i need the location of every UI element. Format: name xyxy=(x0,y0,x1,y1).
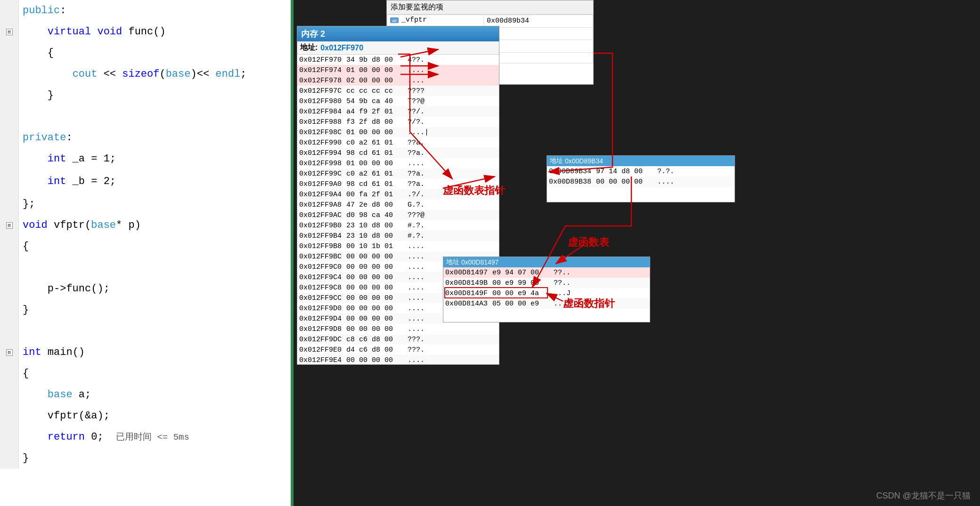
watch-value: 1 xyxy=(483,27,593,40)
memory-row: 0x012FF984 a4 f9 2f 01 ??/. xyxy=(297,106,499,117)
mem-addr-cell: 0x00D8149B xyxy=(443,278,490,288)
mem-bytes-cell: 00 fa 2f 01 xyxy=(344,189,406,200)
code-line xyxy=(0,106,291,127)
mem-ascii-cell: .... xyxy=(406,355,499,365)
watermark: CSDN @龙猫不是一只猫 xyxy=(876,490,971,501)
mem-ascii-cell: ....| xyxy=(406,127,499,137)
mem-bytes-cell: 00 00 00 00 xyxy=(344,282,406,293)
code-content xyxy=(19,321,291,342)
code-content: base a; xyxy=(19,384,291,405)
mem-bytes-cell: 00 00 00 00 xyxy=(344,293,406,303)
mem-bytes-cell: 02 00 00 00 xyxy=(344,75,406,86)
code-content: int main() xyxy=(19,342,291,363)
code-line: ⊟ int main() xyxy=(0,342,291,363)
code-content: virtual void func() xyxy=(19,21,291,42)
code-line: { xyxy=(0,42,291,64)
watch-value: 0x00d89b34 xyxy=(483,15,593,28)
vfunc-ptr-label: 虚函数指针 xyxy=(563,297,615,311)
mem-addr-cell: 0x012FF9A4 xyxy=(297,189,344,200)
address-label: 地址: xyxy=(300,43,318,53)
code-separator xyxy=(292,0,294,506)
mem-ascii-cell: ??a. xyxy=(406,137,499,148)
code-content: } xyxy=(19,448,291,469)
mem-addr-cell: 0x00D8149F xyxy=(443,288,490,298)
mem-ascii-cell: 4??. xyxy=(406,55,499,65)
code-line: { xyxy=(0,363,291,384)
mem-ascii-cell: ?.?. xyxy=(655,166,735,177)
mem-addr-cell: 0x012FF990 xyxy=(297,137,344,148)
vfptr-addr-label: 地址 xyxy=(550,157,563,165)
mem-addr-cell: 0x012FF9BC xyxy=(297,251,344,262)
mem-addr-cell: 0x00D89B34 xyxy=(547,166,594,177)
mem-addr-cell: 0x00D81497 xyxy=(443,267,490,278)
mem-addr-cell: 0x012FF978 xyxy=(297,75,344,86)
mem-bytes-cell: 01 00 00 00 xyxy=(344,158,406,169)
mem-bytes-cell: 01 00 00 00 xyxy=(344,127,406,137)
code-content: return 0; 已用时间 <= 5ms xyxy=(19,426,291,448)
fold-button[interactable]: ⊟ xyxy=(6,349,13,356)
fold-button[interactable]: ⊟ xyxy=(6,222,13,229)
mem-bytes-cell: 97 14 d8 00 xyxy=(594,166,655,177)
mem-addr-cell: 0x012FF984 xyxy=(297,106,344,117)
fold-button[interactable]: ⊟ xyxy=(6,29,13,35)
mem-addr-cell: 0x012FF98C xyxy=(297,127,344,137)
code-line-int-a: int _a = 1; xyxy=(0,148,291,171)
mem-ascii-cell: ??.. xyxy=(552,278,650,288)
gutter xyxy=(0,171,19,193)
mem-ascii-cell: .... xyxy=(406,324,499,334)
gutter: ⊟ xyxy=(0,21,19,42)
code-line: ⊟ virtual void func() xyxy=(0,21,291,42)
memory-row: 0x012FF9E0 d4 c6 d8 00 ???. xyxy=(297,345,499,355)
mem-bytes-cell: 00 00 00 00 xyxy=(344,303,406,313)
mem-bytes-cell: 00 00 00 00 xyxy=(344,313,406,324)
mem-bytes-cell: 05 00 00 e9 xyxy=(490,298,552,309)
code-line xyxy=(0,257,291,278)
memory-row: 0x012FF99C c0 a2 61 01 ??a. xyxy=(297,169,499,179)
code-content-int-a: int _a = 1; xyxy=(19,148,291,171)
code-line-int-b: int _b = 2; xyxy=(0,171,291,193)
memory-row: 0x012FF9D8 00 00 00 00 .... xyxy=(297,324,499,334)
gutter xyxy=(0,299,19,321)
mem-ascii-cell: #.?. xyxy=(406,231,499,241)
mem-addr-cell: 0x012FF9E0 xyxy=(297,345,344,355)
mem-addr-cell: 0x012FF988 xyxy=(297,117,344,127)
gutter xyxy=(0,193,19,215)
vtable-addr-bar: 地址 0x00D81497 xyxy=(443,257,650,267)
var-icon: ab xyxy=(390,16,400,24)
code-content: private: xyxy=(19,127,291,148)
mem-addr-cell: 0x012FF9E4 xyxy=(297,355,344,365)
vfptr-label: 虚函数表指针 xyxy=(443,184,505,198)
memory-row: 0x012FF978 02 00 00 00 .... xyxy=(297,75,499,86)
vtable-table: 0x00D81497 e9 94 07 00 ??.. 0x00D8149B 0… xyxy=(443,267,650,309)
mem-ascii-cell: #.?. xyxy=(406,220,499,231)
mem-ascii-cell: .... xyxy=(406,158,499,169)
code-line: } xyxy=(0,299,291,321)
memory-row: 0x012FF98C 01 00 00 00 ....| xyxy=(297,127,499,137)
gutter xyxy=(0,448,19,469)
memory-row: 0x012FF9E4 00 00 00 00 .... xyxy=(297,355,499,365)
mem-addr-cell: 0x012FF9D8 xyxy=(297,324,344,334)
mem-addr-cell: 0x012FF9B4 xyxy=(297,231,344,241)
code-content: { xyxy=(19,42,291,64)
mem-addr-cell: 0x012FF994 xyxy=(297,148,344,158)
gutter xyxy=(0,64,19,85)
mem-bytes-cell: 00 00 00 00 xyxy=(594,177,655,187)
code-content: } xyxy=(19,299,291,321)
gutter xyxy=(0,405,19,426)
mem-bytes-cell: 54 9b ca 40 xyxy=(344,96,406,106)
mem-addr-cell: 0x012FF9AC xyxy=(297,210,344,220)
watch-name: _vfptr xyxy=(401,16,427,24)
gutter xyxy=(0,278,19,299)
mem-bytes-cell: 23 10 d8 00 xyxy=(344,231,406,241)
mem-addr-cell: 0x00D89B38 xyxy=(547,177,594,187)
mem-addr-cell: 0x012FF9A8 xyxy=(297,200,344,210)
mem-addr-cell: 0x012FF9D0 xyxy=(297,303,344,313)
vtable-addr-label: 地址 xyxy=(446,258,459,266)
mem-bytes-cell: c0 a2 61 01 xyxy=(344,169,406,179)
mem-bytes-cell: 00 00 00 00 xyxy=(344,355,406,365)
memory-row: 0x012FF980 54 9b ca 40 T??@ xyxy=(297,96,499,106)
gutter xyxy=(0,127,19,148)
mem-bytes-cell: cc cc cc cc xyxy=(344,86,406,96)
memory-window-title: 内存 2 xyxy=(297,26,499,41)
code-line: public: xyxy=(0,0,291,21)
